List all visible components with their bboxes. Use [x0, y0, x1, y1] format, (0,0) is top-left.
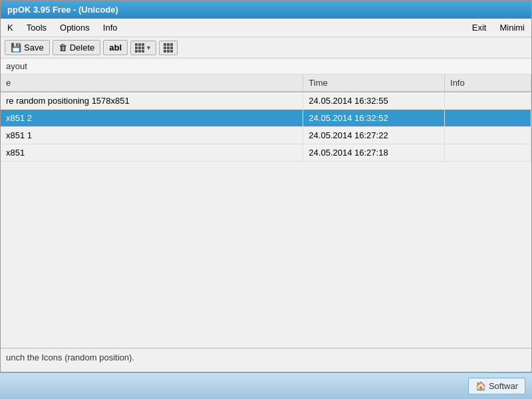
col-header-name[interactable]: e [1, 74, 303, 92]
table-cell-info [445, 92, 531, 110]
table-cell-name: x851 [1, 144, 303, 162]
table-container[interactable]: e Time Info re random positioning 1578x8… [1, 74, 531, 348]
menu-item-exit[interactable]: Exit [466, 20, 493, 35]
table-cell-time: 24.05.2014 16:32:52 [303, 110, 445, 127]
grid-view-icon [164, 43, 173, 53]
table-header-row: e Time Info [1, 74, 531, 92]
menu-item-k[interactable]: K [1, 20, 20, 35]
table-body: re random positioning 1578x85124.05.2014… [1, 92, 531, 162]
table-row[interactable]: x85124.05.2014 16:27:18 [1, 144, 531, 162]
grid-icon [135, 43, 144, 53]
table-cell-info [445, 110, 531, 127]
abl-button[interactable]: abl [103, 40, 128, 55]
menu-item-options[interactable]: Options [53, 20, 96, 35]
title-bar: ppOK 3.95 Free - (Unicode) [1, 1, 531, 19]
col-header-info[interactable]: Info [445, 74, 531, 92]
table-cell-time: 24.05.2014 16:27:18 [303, 144, 445, 162]
delete-label: Delete [70, 43, 95, 53]
window-title: ppOK 3.95 Free - (Unicode) [7, 5, 118, 15]
table-cell-time: 24.05.2014 16:27:22 [303, 127, 445, 144]
table-cell-info [445, 144, 531, 162]
data-table: e Time Info re random positioning 1578x8… [1, 74, 531, 162]
grid-view-button[interactable] [159, 41, 178, 55]
dropdown-arrow-icon: ▼ [146, 45, 152, 51]
table-cell-name: x851 2 [1, 110, 303, 127]
home-icon: 🏠 [475, 381, 486, 391]
delete-button[interactable]: 🗑 Delete [53, 40, 101, 55]
menu-item-info[interactable]: Info [96, 20, 124, 35]
abl-label: abl [109, 43, 122, 53]
menu-right: Exit Minimi [466, 20, 531, 35]
status-bar: unch the Icons (random position). [1, 348, 531, 372]
table-row[interactable]: re random positioning 1578x85124.05.2014… [1, 92, 531, 110]
menu-bar: K Tools Options Info Exit Minimi [1, 19, 531, 37]
save-button[interactable]: 💾 Save [5, 40, 50, 55]
software-label: Softwar [489, 381, 518, 391]
toolbar: 💾 Save 🗑 Delete abl ▼ [1, 37, 531, 59]
save-icon: 💾 [11, 43, 21, 53]
table-cell-info [445, 127, 531, 144]
table-cell-time: 24.05.2014 16:32:55 [303, 92, 445, 110]
table-cell-name: re random positioning 1578x851 [1, 92, 303, 110]
bottom-bar: 🏠 Softwar [0, 372, 532, 399]
software-button[interactable]: 🏠 Softwar [468, 378, 525, 394]
table-row[interactable]: x851 124.05.2014 16:27:22 [1, 127, 531, 144]
table-cell-name: x851 1 [1, 127, 303, 144]
save-label: Save [24, 43, 44, 53]
status-text: unch the Icons (random position). [6, 352, 134, 362]
table-row[interactable]: x851 224.05.2014 16:32:52 [1, 110, 531, 127]
section-label: ayout [1, 59, 531, 74]
menu-item-minimize[interactable]: Minimi [493, 20, 531, 35]
menu-item-tools[interactable]: Tools [20, 20, 53, 35]
grid-dropdown-button[interactable]: ▼ [130, 41, 156, 55]
col-header-time[interactable]: Time [303, 74, 445, 92]
delete-icon: 🗑 [59, 43, 67, 53]
